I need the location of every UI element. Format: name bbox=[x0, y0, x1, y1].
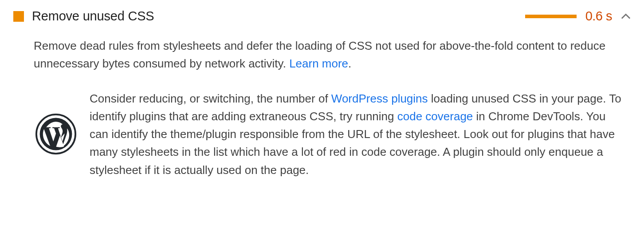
wordpress-icon bbox=[35, 113, 77, 155]
audit-description: Remove dead rules from stylesheets and d… bbox=[34, 37, 622, 73]
audit-header-left: Remove unused CSS bbox=[13, 9, 154, 24]
chevron-up-icon[interactable] bbox=[621, 13, 631, 20]
stack-segment-1: Consider reducing, or switching, the num… bbox=[90, 92, 331, 105]
stack-pack: Consider reducing, or switching, the num… bbox=[35, 90, 622, 179]
stack-pack-text: Consider reducing, or switching, the num… bbox=[90, 90, 622, 179]
status-average-icon bbox=[13, 11, 24, 22]
audit-title: Remove unused CSS bbox=[32, 9, 154, 24]
score-bar bbox=[525, 15, 577, 18]
wordpress-plugins-link[interactable]: WordPress plugins bbox=[331, 92, 428, 105]
audit-item: Remove unused CSS 0.6 s Remove dead rule… bbox=[13, 9, 631, 179]
score-value: 0.6 s bbox=[585, 9, 612, 24]
code-coverage-link[interactable]: code coverage bbox=[397, 110, 473, 123]
audit-header[interactable]: Remove unused CSS 0.6 s bbox=[13, 9, 631, 24]
audit-header-right: 0.6 s bbox=[525, 9, 631, 24]
learn-more-link[interactable]: Learn more bbox=[289, 57, 348, 70]
audit-description-period: . bbox=[348, 57, 351, 70]
